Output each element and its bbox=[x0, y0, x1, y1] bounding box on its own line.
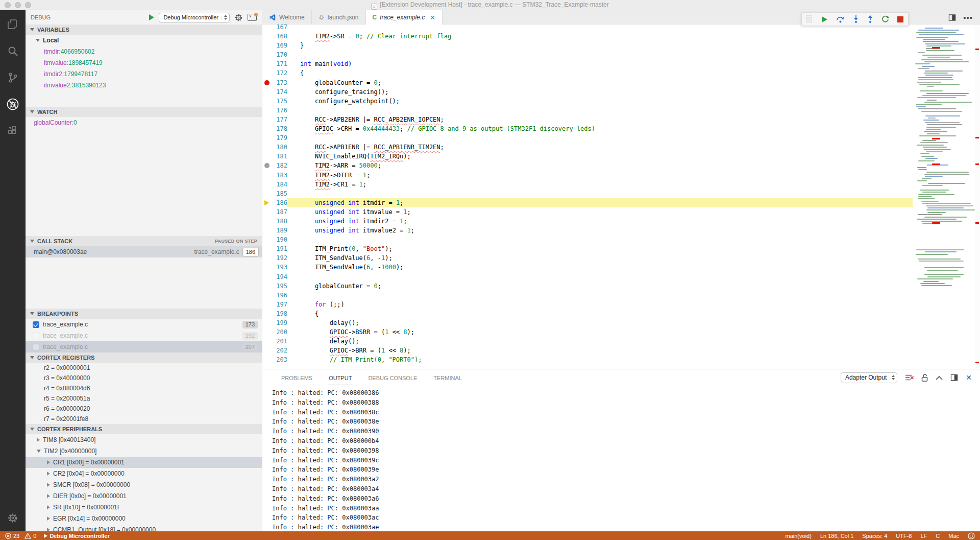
code-line-content[interactable]: GPIOC->BRR = (1 << 8); bbox=[287, 346, 913, 355]
register-row[interactable]: r2 = 0x00000001 bbox=[26, 363, 262, 373]
code-line-content[interactable]: GPIOC->CRH = 0x44444433; // GPIOC 8 and … bbox=[287, 124, 913, 133]
line-number[interactable]: 173 bbox=[271, 78, 287, 87]
code-line-content[interactable]: ITM_Print(0, "Boot"); bbox=[287, 244, 913, 253]
code-line-content[interactable]: } bbox=[287, 41, 913, 50]
watch-row[interactable]: globalCounter: 0 bbox=[26, 117, 262, 128]
tab-trace-example-c[interactable]: C trace_example.c ✕ bbox=[366, 10, 443, 25]
line-number[interactable]: 184 bbox=[271, 180, 287, 189]
code-line-content[interactable]: NVIC_EnableIRQ(TIM2_IRQn); bbox=[287, 152, 913, 161]
line-number[interactable]: 169 bbox=[271, 41, 287, 50]
variable-row[interactable]: itmvalue2: 3815390123 bbox=[26, 80, 262, 91]
line-number[interactable]: 194 bbox=[271, 272, 287, 281]
drag-grip-icon[interactable] bbox=[806, 15, 813, 24]
code-line-content[interactable]: delay(); bbox=[287, 337, 913, 346]
debug-icon[interactable] bbox=[6, 97, 20, 111]
peripheral-row[interactable]: CCMR1_Output [0x18] = 0x00000000 bbox=[26, 524, 262, 531]
zoom-window-button[interactable] bbox=[25, 2, 31, 8]
maximize-panel-icon[interactable] bbox=[936, 375, 943, 380]
code-area[interactable]: 167168 TIM2->SR = 0; // Clear interrupt … bbox=[262, 25, 913, 369]
code-line-content[interactable] bbox=[287, 133, 913, 143]
output-log[interactable]: Info : halted: PC: 0x08000386Info : halt… bbox=[262, 386, 980, 531]
line-number[interactable]: 186 bbox=[271, 198, 287, 207]
tab-debug-console[interactable]: DEBUG CONSOLE bbox=[368, 370, 418, 385]
debug-console-icon[interactable] bbox=[248, 14, 257, 21]
code-line-content[interactable]: TIM2->SR = 0; // Clear interrupt flag bbox=[287, 32, 913, 41]
line-number[interactable]: 199 bbox=[271, 318, 287, 327]
explorer-icon[interactable] bbox=[6, 17, 20, 32]
line-number[interactable]: 190 bbox=[271, 235, 287, 244]
code-line-content[interactable]: TIM2->CR1 = 1; bbox=[287, 180, 913, 189]
code-line-content[interactable]: int main(void) bbox=[287, 59, 913, 68]
stop-button[interactable] bbox=[897, 16, 903, 22]
line-number[interactable]: 171 bbox=[271, 59, 287, 68]
close-panel-icon[interactable]: ✕ bbox=[966, 373, 972, 382]
unlock-icon[interactable] bbox=[921, 374, 928, 382]
step-out-button[interactable] bbox=[867, 15, 873, 23]
code-line-content[interactable]: TIM2->ARR = 50000; bbox=[287, 161, 913, 170]
breakpoint-row[interactable]: trace_example.c192 bbox=[26, 330, 262, 341]
register-row[interactable]: r4 = 0x080004d6 bbox=[26, 383, 262, 393]
variables-section-header[interactable]: VARIABLES bbox=[26, 25, 262, 35]
line-number[interactable]: 185 bbox=[271, 189, 287, 198]
line-number[interactable]: 193 bbox=[271, 263, 287, 272]
line-number[interactable]: 182 bbox=[271, 161, 287, 170]
code-line-content[interactable]: unsigned int itmvalue2 = 1; bbox=[287, 226, 913, 235]
restart-button[interactable] bbox=[881, 15, 889, 23]
code-line-content[interactable]: ITM_SendValue(6, -1); bbox=[287, 253, 913, 263]
launch-config-select[interactable]: Debug Microcontroller bbox=[159, 13, 230, 22]
status-item-mac[interactable]: Mac bbox=[948, 533, 959, 539]
debug-session-status[interactable]: Debug Microcontroller bbox=[44, 533, 109, 539]
gutter-glyph-margin[interactable] bbox=[262, 163, 271, 168]
code-line-content[interactable]: for (;;) bbox=[287, 300, 913, 309]
line-number[interactable]: 195 bbox=[271, 281, 287, 291]
code-line-content[interactable]: // ITM_Print(0, "PORT0"); bbox=[287, 355, 913, 364]
code-line-content[interactable]: GPIOC->BSRR = (1 << 8); bbox=[287, 327, 913, 337]
code-line-content[interactable]: globalCounter = 0; bbox=[287, 78, 913, 87]
line-number[interactable]: 180 bbox=[271, 143, 287, 152]
breakpoint-dot-icon[interactable] bbox=[264, 80, 270, 85]
line-number[interactable]: 203 bbox=[271, 355, 287, 364]
close-tab-icon[interactable]: ✕ bbox=[430, 14, 435, 21]
code-line-content[interactable]: ITM_SendValue(6, -1000); bbox=[287, 263, 913, 272]
peripheral-row[interactable]: SR [0x10] = 0x0000001f bbox=[26, 502, 262, 513]
peripheral-row[interactable]: EGR [0x14] = 0x00000000 bbox=[26, 513, 262, 524]
peripheral-row[interactable]: DIER [0x0c] = 0x00000001 bbox=[26, 490, 262, 502]
disabled-breakpoint-dot-icon[interactable] bbox=[264, 163, 270, 168]
line-number[interactable]: 196 bbox=[271, 291, 287, 300]
line-number[interactable]: 177 bbox=[271, 115, 287, 124]
line-number[interactable]: 181 bbox=[271, 152, 287, 161]
code-line-content[interactable]: RCC->APB2ENR |= RCC_APB2ENR_IOPCEN; bbox=[287, 115, 913, 124]
line-number[interactable]: 191 bbox=[271, 244, 287, 253]
line-number[interactable]: 192 bbox=[271, 253, 287, 263]
variable-row[interactable]: itmvalue: 1898457419 bbox=[26, 57, 262, 68]
peripheral-row[interactable]: CR2 [0x04] = 0x00000000 bbox=[26, 468, 262, 479]
line-number[interactable]: 168 bbox=[271, 32, 287, 41]
code-line-content[interactable]: globalCounter = 0; bbox=[287, 281, 913, 291]
cortex-peripherals-section-header[interactable]: CORTEX PERIPHERALS bbox=[26, 424, 262, 434]
line-number[interactable]: 183 bbox=[271, 171, 287, 180]
code-line-content[interactable]: TIM2->DIER = 1; bbox=[287, 171, 913, 180]
start-debug-icon[interactable] bbox=[149, 14, 154, 20]
variable-row[interactable]: itmdir: 4066950602 bbox=[26, 46, 262, 57]
register-row[interactable]: r6 = 0x00000020 bbox=[26, 404, 262, 414]
smiley-icon[interactable] bbox=[968, 532, 975, 539]
breakpoint-row[interactable]: trace_example.c173 bbox=[26, 319, 262, 330]
call-stack-section-header[interactable]: CALL STACK PAUSED ON STEP bbox=[26, 236, 262, 246]
status-item-spaces-4[interactable]: Spaces: 4 bbox=[862, 533, 887, 539]
register-row[interactable]: r3 = 0x40000000 bbox=[26, 373, 262, 383]
line-number[interactable]: 174 bbox=[271, 87, 287, 97]
code-line-content[interactable]: unsigned int itmdir2 = 1; bbox=[287, 217, 913, 226]
code-line-content[interactable] bbox=[287, 235, 913, 244]
code-line-content[interactable]: unsigned int itmdir = 1; bbox=[287, 198, 913, 207]
status-item-c[interactable]: C bbox=[936, 533, 940, 539]
tab-launch-json[interactable]: launch.json bbox=[312, 10, 366, 24]
status-item-lf[interactable]: LF bbox=[920, 533, 927, 539]
clear-output-icon[interactable] bbox=[905, 374, 914, 381]
cortex-registers-section-header[interactable]: CORTEX REGISTERS bbox=[26, 353, 262, 363]
step-over-button[interactable] bbox=[836, 15, 845, 23]
breakpoint-checkbox[interactable] bbox=[33, 344, 39, 350]
step-into-button[interactable] bbox=[853, 15, 859, 23]
breakpoint-checkbox[interactable] bbox=[33, 333, 39, 339]
code-line-content[interactable] bbox=[287, 50, 913, 59]
breakpoints-section-header[interactable]: BREAKPOINTS bbox=[26, 309, 262, 319]
